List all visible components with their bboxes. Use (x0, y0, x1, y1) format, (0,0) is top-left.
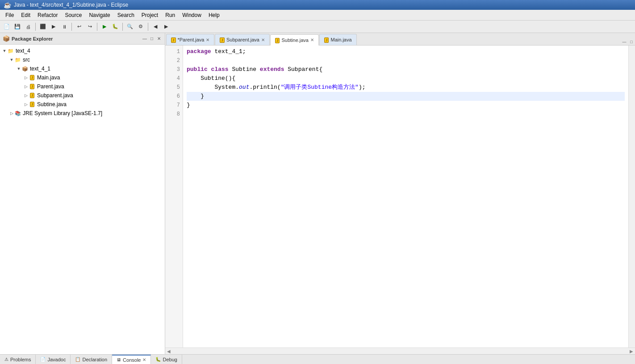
tab-javadoc[interactable]: 📄Javadoc (36, 355, 71, 364)
menu-item-search[interactable]: Search (114, 11, 138, 19)
editor-minimize-btn[interactable]: — (621, 39, 627, 45)
tree-item-jre-lib[interactable]: ▷📚JRE System Library [JavaSE-1.7] (0, 109, 165, 118)
sidebar-minimize-btn[interactable]: — (142, 36, 148, 42)
toolbar-btn6[interactable]: ⏸ (59, 22, 69, 32)
tab-subparent[interactable]: JSubparent.java✕ (215, 34, 270, 45)
tree-label-parent-java: Parent.java (37, 83, 64, 90)
toolbar-run-btn[interactable]: ▶ (100, 22, 109, 32)
bottom-tab-label-tab-console: Console (123, 357, 141, 363)
code-token: package (187, 48, 214, 55)
toolbar-btn7[interactable]: ↩ (74, 22, 84, 32)
tree-item-text4-folder[interactable]: ▼📁text_4 (0, 46, 165, 55)
tab-main[interactable]: JMain.java (319, 34, 357, 45)
tree-arrow-subparent-java[interactable]: ▷ (23, 93, 29, 98)
menu-item-file[interactable]: File (2, 11, 17, 19)
code-line-8[interactable] (187, 110, 625, 119)
code-line-6[interactable]: } (187, 92, 625, 101)
menu-item-navigate[interactable]: Navigate (85, 11, 113, 19)
line-number-6: 6 (165, 92, 180, 101)
sidebar-controls: — □ ✕ (142, 36, 162, 42)
sidebar-header-left: 📦 Package Explorer (3, 35, 53, 42)
line-number-4: 4 (165, 74, 180, 83)
toolbar-btn12[interactable]: ▶ (161, 22, 171, 32)
code-line-5[interactable]: System.out.println("调用子类Subtine构造方法"); (187, 83, 625, 92)
tree-icon-parent-java: J (29, 83, 36, 90)
tree-arrow-main-java[interactable]: ▷ (23, 75, 29, 80)
code-line-1[interactable]: package text_4_1; (187, 47, 625, 56)
title-bar: ☕ Java - text_4/src/text_4_1/Subtine.jav… (0, 0, 635, 10)
code-content[interactable]: package text_4_1; public class Subtine e… (183, 46, 628, 347)
bottom-tab-label-tab-javadoc: Javadoc (47, 357, 66, 362)
bottom-tab-close-tab-console[interactable]: ✕ (142, 357, 146, 362)
code-token: Subtine (232, 66, 259, 73)
tree-arrow-text4-folder[interactable]: ▼ (2, 49, 7, 53)
bottom-tab-icon-tab-javadoc: 📄 (40, 357, 46, 362)
tree-arrow-subtine-java[interactable]: ▷ (23, 102, 29, 107)
code-line-4[interactable]: Subtine(){ (187, 74, 625, 83)
sidebar-header: 📦 Package Explorer — □ ✕ (0, 33, 165, 45)
tree-item-parent-java[interactable]: ▷JParent.java (0, 82, 165, 91)
tree-label-text4-folder: text_4 (16, 48, 30, 54)
tree-icon-subparent-java: J (29, 92, 36, 99)
tree-label-subparent-java: Subparent.java (37, 92, 73, 99)
menu-item-help[interactable]: Help (205, 11, 223, 19)
bottom-tab-icon-tab-console: 🖥 (117, 357, 121, 362)
toolbar-sep1 (35, 23, 36, 31)
tree-item-subtine-java[interactable]: ▷JSubtine.java (0, 100, 165, 109)
menu-item-run[interactable]: Run (162, 11, 179, 19)
code-line-2[interactable] (187, 56, 625, 65)
tree-arrow-src-folder[interactable]: ▼ (9, 58, 14, 62)
menu-item-source[interactable]: Source (61, 11, 85, 19)
code-token: "调用子类Subtine构造方法" (281, 84, 359, 91)
tab-close-tab-parent[interactable]: ✕ (206, 37, 209, 42)
tab-declaration[interactable]: 📋Declaration (71, 355, 112, 364)
tab-icon-tab-subtine: J (275, 37, 280, 43)
menu-item-project[interactable]: Project (138, 11, 162, 19)
toolbar-btn9[interactable]: 🔍 (125, 22, 135, 32)
tab-parent[interactable]: J*Parent.java✕ (166, 34, 214, 45)
editor-hscroll[interactable]: ◀ ▶ (165, 347, 635, 354)
tab-subtine[interactable]: JSubtine.java✕ (270, 34, 319, 46)
tree-label-subtine-java: Subtine.java (37, 101, 67, 108)
code-line-3[interactable]: public class Subtine extends Subparent{ (187, 65, 625, 74)
toolbar-btn5[interactable]: ▶ (49, 22, 58, 32)
code-line-7[interactable]: } (187, 101, 625, 110)
window-title: Java - text_4/src/text_4_1/Subtine.java … (14, 2, 128, 8)
bottom-tab-label-tab-debug: Debug (163, 357, 177, 362)
toolbar-btn2[interactable]: 💾 (13, 22, 22, 32)
menu-bar: FileEditRefactorSourceNavigateSearchProj… (0, 10, 635, 21)
editor-scrollbar[interactable] (628, 46, 635, 347)
toolbar-btn8[interactable]: ↪ (85, 22, 95, 32)
toolbar-sep2 (71, 23, 72, 31)
tree-arrow-parent-java[interactable]: ▷ (23, 84, 29, 89)
toolbar-btn10[interactable]: ⚙ (136, 22, 146, 32)
sidebar-close-btn[interactable]: ✕ (156, 36, 162, 42)
line-number-8: 8 (165, 110, 180, 119)
tree-arrow-text41-package[interactable]: ▼ (16, 66, 21, 71)
tree-arrow-jre-lib[interactable]: ▷ (9, 111, 14, 116)
line-number-7: 7 (165, 101, 180, 110)
tab-console[interactable]: 🖥Console ✕ (112, 355, 151, 364)
sidebar-maximize-btn[interactable]: □ (149, 36, 155, 42)
editor-maximize-btn[interactable]: □ (628, 39, 635, 45)
menu-item-refactor[interactable]: Refactor (34, 11, 61, 19)
tree-icon-main-java: J (29, 74, 36, 81)
tree-item-src-folder[interactable]: ▼📁src (0, 55, 165, 64)
tree-label-src-folder: src (23, 57, 30, 63)
toolbar-btn11[interactable]: ◀ (150, 22, 160, 32)
menu-item-edit[interactable]: Edit (17, 11, 34, 19)
tree-item-subparent-java[interactable]: ▷JSubparent.java (0, 91, 165, 100)
toolbar-btn4[interactable]: ⬛ (38, 22, 48, 32)
toolbar-btn3[interactable]: 🖨 (23, 22, 33, 32)
menu-item-window[interactable]: Window (179, 11, 205, 19)
tree-item-text41-package[interactable]: ▼📦text_4_1 (0, 64, 165, 73)
code-token: text_4_1 (214, 48, 242, 55)
tab-close-tab-subtine[interactable]: ✕ (310, 37, 314, 42)
toolbar-new-btn[interactable]: 📄 (2, 22, 12, 32)
toolbar-sep3 (97, 23, 97, 31)
toolbar-debug-btn[interactable]: 🐛 (110, 22, 120, 32)
tree-item-main-java[interactable]: ▷JMain.java (0, 73, 165, 82)
tab-problems[interactable]: ⚠Problems (0, 355, 36, 364)
tab-debug[interactable]: 🐛Debug (151, 355, 182, 364)
tab-close-tab-subparent[interactable]: ✕ (261, 37, 265, 42)
